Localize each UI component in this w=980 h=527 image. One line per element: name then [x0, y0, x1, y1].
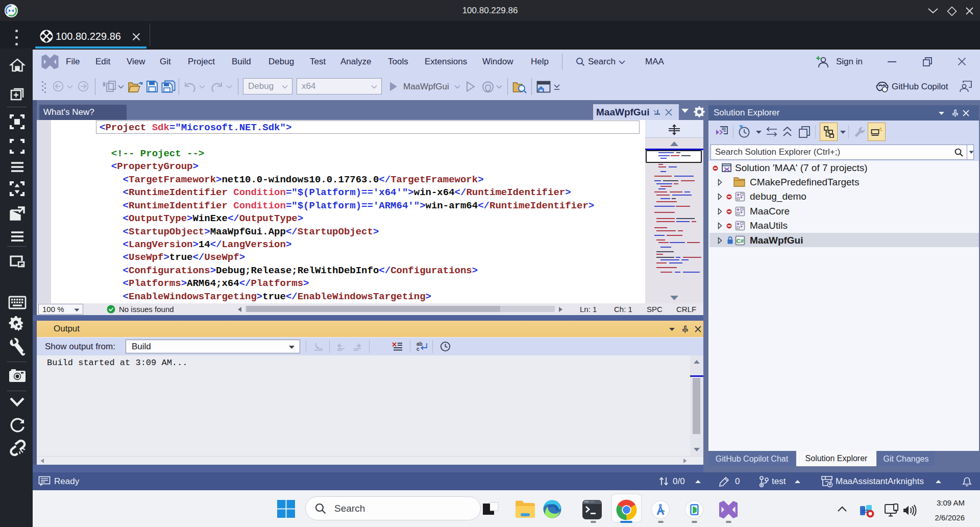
svg-text:c: c: [416, 346, 420, 352]
svg-text:C#: C#: [737, 237, 744, 244]
